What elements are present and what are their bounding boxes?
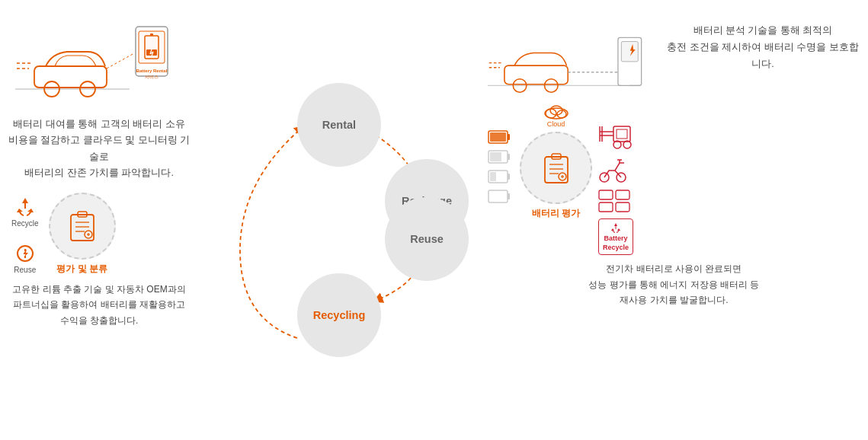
cycle-diagram: Rental Recharge Reuse Recycling (210, 83, 469, 357)
svg-rect-34 (621, 42, 638, 62)
svg-rect-18 (71, 215, 94, 241)
reuse-label: Reuse (14, 266, 36, 274)
svg-rect-72 (616, 190, 629, 199)
svg-rect-37 (508, 134, 510, 140)
battery-icons-col (488, 130, 511, 203)
cloud-label: Cloud (541, 103, 572, 128)
cycle-node-rental: Rental (297, 83, 381, 167)
eval-label: 평가 및 분류 (56, 263, 107, 276)
svg-rect-44 (490, 172, 496, 181)
left-top-desc: 배터리 대여를 통해 고객의 배터리 소유 비용을 절감하고 클라우드 및 모니… (8, 116, 191, 181)
car-rental-illustration: Battery Rental 서비스 (15, 11, 183, 113)
svg-rect-59 (613, 126, 630, 142)
reuse-icon-item: Reuse (11, 241, 39, 274)
svg-rect-46 (508, 193, 510, 199)
right-bottom-section: Cloud 배터리 평가 (488, 116, 860, 255)
left-bottom-desc: 고유한 리튬 추출 기술 및 자동차 OEM과의 파트너십을 활용하여 배터리를… (12, 282, 185, 328)
battery-recycle-label: Battery Recycle (598, 218, 633, 255)
svg-rect-74 (616, 202, 629, 212)
eval-classification-circle (49, 193, 116, 260)
right-top-desc: 배터리 분석 기술을 통해 최적의 충전 조건을 제시하여 배터리 수명을 보호… (665, 23, 860, 73)
svg-rect-51 (545, 157, 568, 183)
svg-rect-43 (508, 174, 510, 180)
left-column: Battery Rental 서비스 배터리 대여를 통해 고객의 배터리 소유… (0, 0, 194, 440)
svg-rect-9 (150, 33, 153, 36)
svg-rect-73 (599, 202, 613, 212)
recycle-reuse-icons: Recycle Reuse (11, 195, 39, 274)
right-top-section: 배터리 분석 기술을 통해 최적의 충전 조건을 제시하여 배터리 수명을 보호… (488, 11, 860, 110)
page-container: Battery Rental 서비스 배터리 대여를 통해 고객의 배터리 소유… (0, 0, 868, 440)
recycle-label: Recycle (11, 219, 39, 228)
svg-text:Battery Rental: Battery Rental (136, 69, 168, 73)
svg-line-16 (107, 53, 134, 69)
recycle-icon-item: Recycle (11, 195, 39, 228)
right-bottom-desc: 전기차 배터리로 사용이 완료되면 성능 평가를 통해 에너지 저장용 배터리 … (488, 261, 860, 308)
battery-eval-label: 배터리 평가 (532, 207, 580, 220)
svg-rect-45 (488, 190, 508, 202)
battery-eval-circle (520, 132, 592, 204)
svg-rect-60 (617, 129, 627, 139)
svg-rect-71 (599, 190, 613, 199)
left-bottom-section: Recycle Reuse (8, 193, 191, 276)
svg-rect-41 (490, 152, 501, 161)
devices-column: Battery Recycle (598, 120, 633, 255)
svg-text:서비스: 서비스 (145, 75, 159, 79)
cycle-node-recycling: Recycling (297, 273, 381, 357)
right-column: 배터리 분석 기술을 통해 최적의 충전 조건을 제시하여 배터리 수명을 보호… (484, 0, 868, 440)
cycle-node-reuse: Reuse (385, 197, 469, 281)
svg-rect-40 (508, 154, 510, 160)
center-column: Rental Recharge Reuse Recycling (194, 0, 484, 440)
svg-rect-38 (490, 132, 506, 142)
